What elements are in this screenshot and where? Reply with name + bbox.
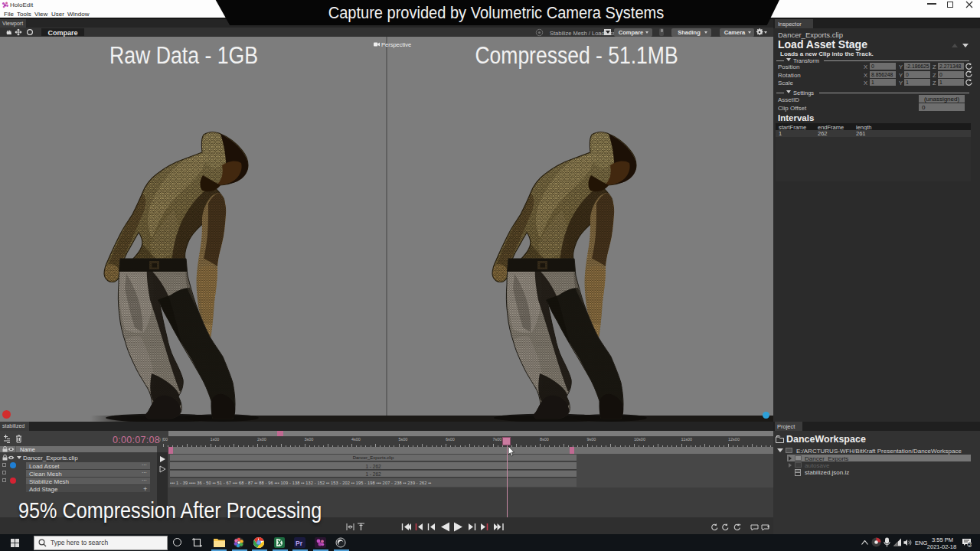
svg-text:2: 2 — [969, 543, 971, 547]
svg-text:Pr: Pr — [296, 540, 303, 547]
